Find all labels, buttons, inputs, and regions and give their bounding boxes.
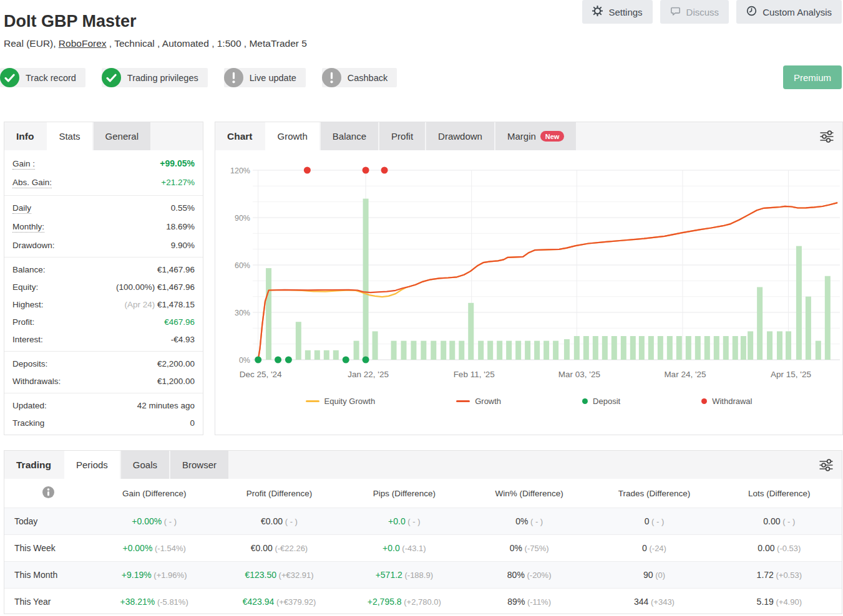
period-cell: 89% (-11%) xyxy=(467,597,592,607)
period-cell: 0 (-24) xyxy=(592,543,716,553)
info-panel: Info StatsGeneral Gain :+99.05%Abs. Gain… xyxy=(4,122,203,435)
legend-item-deposit: Deposit xyxy=(582,397,620,406)
period-value: 0% xyxy=(510,543,522,553)
stat-value-main: €1,200.00 xyxy=(157,377,195,386)
stats-list: Gain :+99.05%Abs. Gain:+21.27%Daily0.55%… xyxy=(4,150,203,431)
chart-tab-growth[interactable]: Growth xyxy=(265,122,319,150)
chart-tab-profit[interactable]: Profit xyxy=(379,122,425,150)
period-cell: 0% (-75%) xyxy=(467,543,592,553)
chart-tab-margin[interactable]: MarginNew xyxy=(495,122,576,150)
period-cell: +0.0 (-43.1) xyxy=(342,543,467,553)
stat-value-main: €2,200.00 xyxy=(157,359,195,368)
period-row-this-week: This Week+0.00% (-1.54%)€0.00 (-€22.26)+… xyxy=(4,534,842,561)
chart-panel: Chart GrowthBalanceProfitDrawdownMarginN… xyxy=(215,122,843,435)
legend-item-withdrawal: Withdrawal xyxy=(701,397,752,406)
stat-row-monthly: Monthly:18.69% xyxy=(4,218,203,236)
periods-tab-goals[interactable]: Goals xyxy=(121,451,169,479)
period-cell: +0.0 ( - ) xyxy=(342,516,467,526)
new-badge: New xyxy=(540,131,565,142)
chart-tab-balance[interactable]: Balance xyxy=(321,122,378,150)
stat-row-daily: Daily0.55% xyxy=(4,199,203,218)
period-value: +0.0 xyxy=(388,516,406,526)
period-cell: +571.2 (-188.9) xyxy=(342,570,467,580)
badge-trading-privileges: Trading privileges xyxy=(102,68,208,87)
exclamation-icon xyxy=(224,68,250,87)
legend-label: Deposit xyxy=(593,397,620,406)
period-value: 0% xyxy=(515,516,528,526)
stat-label[interactable]: Abs. Gain: xyxy=(12,178,52,188)
svg-text:0%: 0% xyxy=(239,356,250,365)
period-value: 0.00 xyxy=(758,543,774,553)
stat-value: €1,200.00 xyxy=(157,377,195,386)
stat-value-main: €467.96 xyxy=(164,317,195,327)
periods-tab-periods[interactable]: Periods xyxy=(64,451,120,479)
settings-button[interactable]: Settings xyxy=(582,0,652,24)
tab-general[interactable]: General xyxy=(94,122,150,150)
period-cell: €0.00 ( - ) xyxy=(217,516,341,526)
stat-label[interactable]: Gain : xyxy=(12,159,35,170)
column-header-lots-difference: Lots (Difference) xyxy=(717,489,842,498)
stat-value-prefix: (Apr 24) xyxy=(124,300,157,309)
svg-text:60%: 60% xyxy=(235,261,250,270)
stat-label: Drawdown: xyxy=(12,241,55,250)
tab-label: Margin xyxy=(507,122,536,150)
period-difference: (-20%) xyxy=(525,570,552,580)
custom-analysis-button[interactable]: Custom Analysis xyxy=(736,0,842,24)
stat-value-main: 0.55% xyxy=(171,203,195,213)
svg-text:30%: 30% xyxy=(235,309,250,317)
period-row-today: Today+0.00% ( - )€0.00 ( - )+0.0 ( - )0%… xyxy=(4,508,842,534)
broker-link[interactable]: RoboForex xyxy=(59,38,107,49)
period-difference: (0) xyxy=(653,570,666,580)
discuss-button[interactable]: Discuss xyxy=(660,0,729,24)
stat-value-main: €1,467.96 xyxy=(157,265,195,274)
legend-dot-swatch xyxy=(582,398,588,404)
info-icon[interactable] xyxy=(42,486,54,500)
stat-value: 18.69% xyxy=(166,222,195,231)
legend-item-equity-growth: Equity Growth xyxy=(306,397,376,406)
info-panel-tabs: Info StatsGeneral xyxy=(4,122,203,150)
stat-row-balance: Balance:€1,467.96 xyxy=(4,261,203,278)
tab-label: Stats xyxy=(59,122,80,150)
period-row-this-month: This Month+9.19% (+1.96%)€123.50 (+€32.9… xyxy=(4,561,842,588)
period-difference: (-1.54%) xyxy=(152,544,185,553)
svg-text:Dec 25, '24: Dec 25, '24 xyxy=(240,370,282,379)
period-value: +0.00% xyxy=(132,516,162,526)
stat-label: Interest: xyxy=(12,335,43,344)
badge-live-update: Live update xyxy=(224,68,306,87)
tab-stats[interactable]: Stats xyxy=(47,122,92,150)
tab-label: Growth xyxy=(277,122,307,150)
period-cell: 80% (-20%) xyxy=(467,570,592,580)
chart-options-icon[interactable] xyxy=(819,130,834,146)
period-difference: (-43.1) xyxy=(400,544,426,553)
period-difference: ( - ) xyxy=(781,517,796,526)
period-difference: (-75%) xyxy=(522,544,549,553)
stat-row-highest: Highest:(Apr 24) €1,478.15 xyxy=(4,296,203,313)
periods-panel-label: Trading xyxy=(4,451,63,479)
period-difference: (+4.90) xyxy=(774,597,802,607)
period-cell: 90 (0) xyxy=(592,570,716,580)
stat-label: Tracking xyxy=(12,418,44,428)
stat-value-main: -€4.93 xyxy=(171,335,195,344)
verification-badges: Track recordTrading privilegesLive updat… xyxy=(0,68,397,87)
stat-label: Profit: xyxy=(12,317,34,327)
stat-value: 0 xyxy=(190,418,195,428)
account-details: , Technical , Automated , 1:500 , MetaTr… xyxy=(107,38,307,49)
period-value: +38.21% xyxy=(120,597,155,607)
stats-divider xyxy=(4,257,203,257)
period-value: +571.2 xyxy=(376,570,402,580)
period-cell: +38.21% (-5.81%) xyxy=(92,597,217,607)
stat-value: 0.55% xyxy=(171,203,195,213)
period-label: Today xyxy=(4,516,92,526)
stat-label[interactable]: Monthly: xyxy=(12,222,44,233)
periods-options-icon[interactable] xyxy=(819,458,834,474)
growth-chart: 0%30%60%90%120%Dec 25, '24Jan 22, '25Feb… xyxy=(215,153,842,392)
period-value: +0.00% xyxy=(122,543,152,553)
stat-label[interactable]: Daily xyxy=(12,203,31,214)
stat-row-updated: Updated:42 minutes ago xyxy=(4,397,203,414)
period-difference: (-24) xyxy=(647,544,666,553)
period-value: 90 xyxy=(643,570,653,580)
periods-panel-tabs: Trading PeriodsGoalsBrowser xyxy=(4,451,842,479)
premium-button[interactable]: Premium xyxy=(783,65,842,89)
chart-tab-drawdown[interactable]: Drawdown xyxy=(426,122,494,150)
periods-tab-browser[interactable]: Browser xyxy=(170,451,228,479)
